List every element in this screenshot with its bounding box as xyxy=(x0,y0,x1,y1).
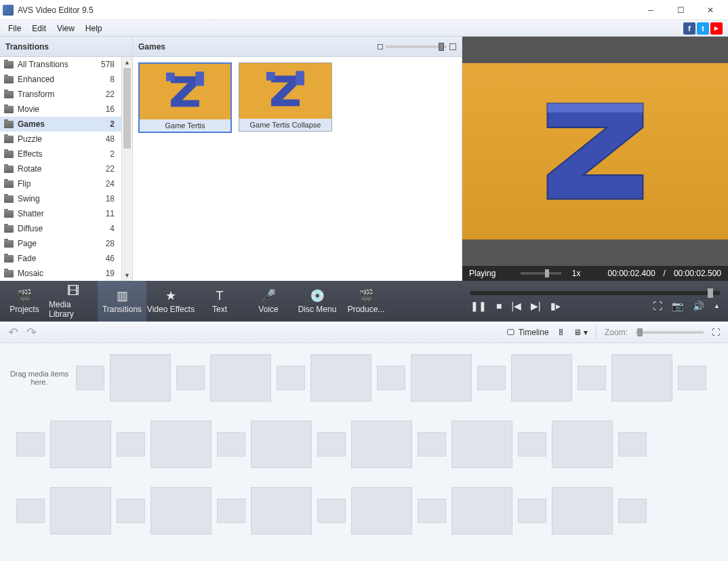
transition-slot[interactable] xyxy=(117,499,145,523)
toolbar-video-effects[interactable]: ★ Video Effects xyxy=(146,281,195,322)
toolbar-text[interactable]: T Text xyxy=(195,281,244,322)
seek-bar[interactable] xyxy=(470,291,720,295)
category-fade[interactable]: Fade 46 xyxy=(0,251,121,266)
menu-view[interactable]: View xyxy=(52,22,80,35)
preview-canvas[interactable] xyxy=(462,37,728,266)
category-games[interactable]: Games 2 xyxy=(0,117,121,132)
clip-slot[interactable] xyxy=(50,421,111,468)
transition-slot[interactable] xyxy=(578,366,606,390)
size-thumb[interactable] xyxy=(439,43,444,51)
clip-slot[interactable] xyxy=(351,487,412,535)
category-all-transitions[interactable]: All Transitions 578 xyxy=(0,57,121,72)
volume-expand-icon[interactable]: ▲ xyxy=(714,303,720,309)
toolbar-transitions[interactable]: ▥ Transitions xyxy=(98,281,146,322)
scroll-down-icon[interactable]: ▼ xyxy=(122,270,132,281)
clip-slot[interactable] xyxy=(251,421,312,468)
category-shatter[interactable]: Shatter 11 xyxy=(0,206,121,221)
toolbar-voice[interactable]: 🎤 Voice xyxy=(244,281,293,322)
twitter-icon[interactable]: t xyxy=(697,22,709,35)
clip-slot[interactable] xyxy=(310,354,371,402)
play-range-button[interactable]: ▮▸ xyxy=(550,301,561,311)
thumb-game-tertis-collapse[interactable]: Game Tertis Collapse xyxy=(239,62,332,132)
transition-slot[interactable] xyxy=(418,499,446,523)
storyboard[interactable]: Drag media items here. xyxy=(0,343,728,561)
transition-slot[interactable] xyxy=(418,432,446,457)
sidebar-list[interactable]: All Transitions 578 Enhanced 8 Transform… xyxy=(0,57,132,281)
zoom-slider[interactable] xyxy=(636,331,704,334)
clip-slot[interactable] xyxy=(150,421,211,468)
thumb-game-tertis[interactable]: Game Tertis xyxy=(138,62,232,133)
prev-frame-button[interactable]: |◀ xyxy=(511,301,521,311)
scroll-thumb[interactable] xyxy=(123,68,131,149)
clip-slot[interactable] xyxy=(511,354,572,402)
category-puzzle[interactable]: Puzzle 48 xyxy=(0,132,121,147)
category-flip[interactable]: Flip 24 xyxy=(0,176,121,191)
zoom-fit-button[interactable]: ⛶ xyxy=(712,328,720,337)
aspect-button[interactable]: 🖥 ▾ xyxy=(573,328,588,337)
transition-slot[interactable] xyxy=(176,366,205,390)
clip-slot[interactable] xyxy=(110,354,171,402)
stop-button[interactable]: ■ xyxy=(496,301,502,311)
size-small-icon[interactable] xyxy=(378,44,383,50)
transition-slot[interactable] xyxy=(377,366,405,390)
category-swing[interactable]: Swing 18 xyxy=(0,191,121,206)
transition-slot[interactable] xyxy=(317,432,346,457)
transition-slot[interactable] xyxy=(117,432,145,457)
fullscreen-button[interactable]: ⛶ xyxy=(653,301,662,311)
clip-slot[interactable] xyxy=(351,421,412,468)
pause-button[interactable]: ❚❚ xyxy=(470,301,487,311)
minimize-button[interactable]: ─ xyxy=(636,1,666,20)
transition-slot[interactable] xyxy=(16,499,45,523)
transition-slot[interactable] xyxy=(618,432,647,457)
clip-slot[interactable] xyxy=(50,487,111,535)
transition-slot[interactable] xyxy=(76,366,104,390)
volume-button[interactable]: 🔊 xyxy=(693,301,704,311)
transition-slot[interactable] xyxy=(477,366,506,390)
facebook-icon[interactable]: f xyxy=(683,22,695,35)
snapshot-button[interactable]: 📷 xyxy=(672,301,683,311)
category-movie[interactable]: Movie 16 xyxy=(0,102,121,117)
clip-slot[interactable] xyxy=(611,354,672,402)
audio-mix-button[interactable]: 🎚 xyxy=(557,328,565,337)
timeline-mode-button[interactable]: 🖵 Timeline xyxy=(505,327,549,338)
undo-button[interactable]: ↶ xyxy=(8,325,18,340)
scroll-up-icon[interactable]: ▲ xyxy=(122,57,132,68)
category-page[interactable]: Page 28 xyxy=(0,236,121,251)
next-frame-button[interactable]: ▶| xyxy=(531,301,541,311)
category-enhanced[interactable]: Enhanced 8 xyxy=(0,72,121,87)
clip-slot[interactable] xyxy=(451,487,512,535)
speed-slider[interactable] xyxy=(521,272,561,275)
transition-slot[interactable] xyxy=(618,499,647,523)
toolbar-produce[interactable]: 🎬 Produce... xyxy=(342,281,390,322)
clip-slot[interactable] xyxy=(411,354,472,402)
size-large-icon[interactable] xyxy=(449,43,456,50)
transition-slot[interactable] xyxy=(317,499,346,523)
transition-slot[interactable] xyxy=(16,432,45,457)
menu-edit[interactable]: Edit xyxy=(26,22,52,35)
category-mosaic[interactable]: Mosaic 19 xyxy=(0,266,121,281)
clip-slot[interactable] xyxy=(552,487,613,535)
clip-slot[interactable] xyxy=(451,421,512,468)
menu-help[interactable]: Help xyxy=(80,22,108,35)
toolbar-media-library[interactable]: 🎞 Media Library xyxy=(49,281,98,322)
menu-file[interactable]: File xyxy=(3,22,26,35)
category-transform[interactable]: Transform 22 xyxy=(0,87,121,102)
category-effects[interactable]: Effects 2 xyxy=(0,147,121,161)
youtube-icon[interactable]: ▸ xyxy=(710,22,723,35)
transition-slot[interactable] xyxy=(518,432,546,457)
transition-slot[interactable] xyxy=(678,366,706,390)
clip-slot[interactable] xyxy=(552,421,613,468)
clip-slot[interactable] xyxy=(210,354,271,402)
transition-slot[interactable] xyxy=(217,499,245,523)
clip-slot[interactable] xyxy=(150,487,211,535)
close-button[interactable]: ✕ xyxy=(695,1,725,20)
thumbnail-size-slider[interactable] xyxy=(378,43,456,50)
drop-hint[interactable]: Drag media items here. xyxy=(5,354,73,402)
category-rotate[interactable]: Rotate 22 xyxy=(0,161,121,176)
category-diffuse[interactable]: Diffuse 4 xyxy=(0,221,121,236)
transition-slot[interactable] xyxy=(217,432,245,457)
toolbar-disc-menu[interactable]: 💿 Disc Menu xyxy=(293,281,342,322)
redo-button[interactable]: ↷ xyxy=(26,325,37,340)
clip-slot[interactable] xyxy=(251,487,312,535)
sidebar-scrollbar[interactable]: ▲ ▼ xyxy=(121,57,132,281)
